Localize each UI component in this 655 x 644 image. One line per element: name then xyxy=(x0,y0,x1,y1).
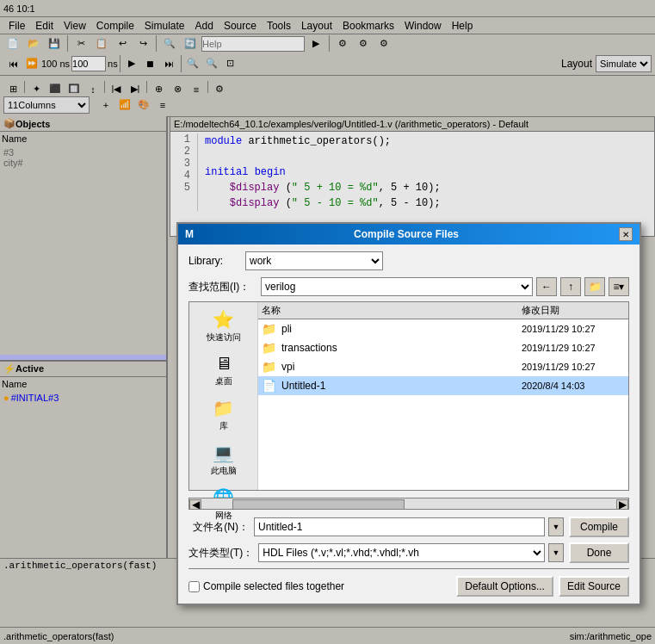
file-icon-untitled: 📄 xyxy=(262,379,276,393)
file-date-transactions: 2019/11/29 10:27 xyxy=(522,343,625,353)
compile-button[interactable]: Compile xyxy=(569,517,629,537)
filetype-label: 文件类型(T)： xyxy=(188,546,253,560)
file-item-transactions[interactable]: 📁 transactions 2019/11/29 10:27 xyxy=(258,338,628,357)
qa-computer[interactable]: 💻 此电脑 xyxy=(193,439,254,480)
qa-desktop-label: 桌面 xyxy=(215,375,232,387)
file-date-pli: 2019/11/29 10:27 xyxy=(522,324,625,334)
edit-source-button[interactable]: Edit Source xyxy=(559,576,629,597)
browse-newfolder-btn[interactable]: 📁 xyxy=(584,277,605,296)
browse-view-btn[interactable]: ≡▾ xyxy=(609,277,629,296)
col-date: 修改日期 xyxy=(522,304,625,317)
filetype-row: 文件类型(T)： HDL Files (*.v;*.vl;*.vhd;*.vhd… xyxy=(188,542,629,563)
quick-access-panel: ⭐ 快速访问 🖥 桌面 📁 库 💻 此电脑 🌐 网络 xyxy=(189,302,258,490)
default-options-button[interactable]: Default Options... xyxy=(456,576,553,597)
compile-source-dialog: M Compile Source Files ✕ Library: work 查… xyxy=(176,222,641,605)
dialog-close-button[interactable]: ✕ xyxy=(619,227,633,241)
qa-favorites-icon: ⭐ xyxy=(213,309,234,330)
dialog-title-icon: M xyxy=(185,228,194,240)
qa-favorites[interactable]: ⭐ 快速访问 xyxy=(193,306,254,347)
file-item-pli[interactable]: 📁 pli 2019/11/29 10:27 xyxy=(258,319,628,338)
file-item-vpi[interactable]: 📁 vpi 2019/11/29 10:27 xyxy=(258,357,628,376)
compile-together-label: Compile selected files together xyxy=(203,580,344,592)
horizontal-scrollbar[interactable]: ◀ ▶ xyxy=(188,498,629,510)
bottom-buttons: Default Options... Edit Source xyxy=(456,576,629,597)
filename-dropdown-btn[interactable]: ▼ xyxy=(548,517,564,536)
dialog-title: Compile Source Files xyxy=(354,228,459,240)
scroll-right-btn[interactable]: ▶ xyxy=(616,499,628,510)
qa-library-label: 库 xyxy=(219,420,228,432)
dialog-bottom-row: Compile selected files together Default … xyxy=(188,568,629,597)
file-list-header: 名称 修改日期 xyxy=(258,302,628,319)
file-name-pli: pli xyxy=(281,323,522,335)
filename-row: 文件名(N)： ▼ Compile xyxy=(188,517,629,537)
qa-favorites-label: 快速访问 xyxy=(207,331,241,344)
qa-desktop[interactable]: 🖥 桌面 xyxy=(193,350,254,391)
filename-input-wrap: ▼ xyxy=(254,517,564,536)
filetype-select[interactable]: HDL Files (*.v;*.vl;*.vhd;*.vhdl;*.vh xyxy=(258,543,545,562)
library-label: Library: xyxy=(188,255,240,267)
filename-input[interactable] xyxy=(254,517,545,536)
filename-label: 文件名(N)： xyxy=(188,520,249,535)
qa-library-icon: 📁 xyxy=(213,398,234,418)
browse-label: 查找范围(I)： xyxy=(188,280,257,294)
file-list-container: ⭐ 快速访问 🖥 桌面 📁 库 💻 此电脑 🌐 网络 xyxy=(188,301,629,491)
file-name-transactions: transactions xyxy=(281,342,522,354)
filetype-input-wrap: HDL Files (*.v;*.vl;*.vhd;*.vhdl;*.vh ▼ xyxy=(258,543,564,562)
dialog-body: Library: work 查找范围(I)： verilog ← ↑ 📁 ≡▾ … xyxy=(178,245,640,604)
compile-together-input[interactable] xyxy=(188,581,200,592)
qa-desktop-icon: 🖥 xyxy=(215,354,232,374)
browse-up-btn[interactable]: ↑ xyxy=(560,277,581,296)
file-date-vpi: 2019/11/29 10:27 xyxy=(522,362,625,372)
filetype-dropdown-btn[interactable]: ▼ xyxy=(548,543,564,562)
scroll-thumb[interactable] xyxy=(232,499,405,510)
folder-icon-transactions: 📁 xyxy=(262,341,276,355)
browse-select[interactable]: verilog xyxy=(261,277,533,296)
browse-back-btn[interactable]: ← xyxy=(536,277,557,296)
qa-library[interactable]: 📁 库 xyxy=(193,394,254,436)
file-name-vpi: vpi xyxy=(281,361,522,373)
qa-computer-icon: 💻 xyxy=(213,443,234,463)
scroll-left-btn[interactable]: ◀ xyxy=(189,499,201,510)
file-item-untitled[interactable]: 📄 Untitled-1 2020/8/4 14:03 xyxy=(258,376,628,395)
file-date-untitled: 2020/8/4 14:03 xyxy=(522,381,625,391)
folder-icon-vpi: 📁 xyxy=(262,360,276,374)
folder-icon-pli: 📁 xyxy=(262,322,276,336)
file-list[interactable]: 名称 修改日期 📁 pli 2019/11/29 10:27 📁 transac… xyxy=(258,302,628,490)
col-name: 名称 xyxy=(262,304,522,317)
qa-computer-label: 此电脑 xyxy=(211,465,237,477)
file-name-untitled: Untitled-1 xyxy=(281,380,522,392)
library-row: Library: work xyxy=(188,251,629,270)
compile-together-checkbox[interactable]: Compile selected files together xyxy=(188,580,344,592)
done-button[interactable]: Done xyxy=(569,542,629,563)
browse-area: 查找范围(I)： verilog ← ↑ 📁 ≡▾ xyxy=(188,277,629,296)
dialog-titlebar: M Compile Source Files ✕ xyxy=(178,224,640,245)
library-select[interactable]: work xyxy=(245,251,383,270)
